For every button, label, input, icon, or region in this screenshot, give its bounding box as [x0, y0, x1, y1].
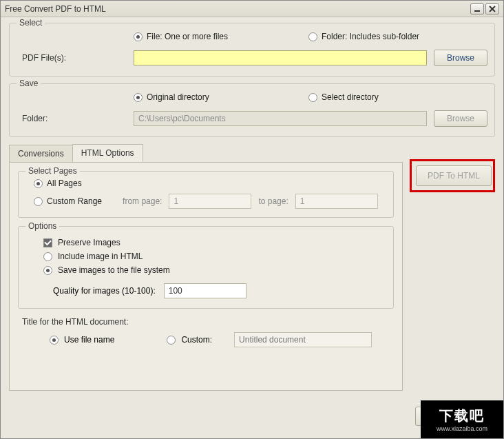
radio-custom-title[interactable] — [167, 336, 176, 345]
folder-label: Folder: — [17, 114, 134, 123]
radio-original-dir[interactable] — [134, 93, 143, 102]
options-legend: Options — [25, 221, 59, 231]
pdf-to-html-button: PDF To HTML — [416, 165, 492, 186]
close-button[interactable] — [485, 3, 499, 14]
radio-custom-title-label: Custom: — [181, 335, 212, 345]
select-pages-legend: Select Pages — [25, 166, 80, 176]
title-doc-label: Title for the HTML document: — [22, 317, 394, 327]
radio-save-images-fs-label: Save images to the file system — [58, 265, 170, 275]
quality-input[interactable] — [164, 283, 246, 298]
watermark: 下载吧 www.xiazaiba.com — [421, 400, 503, 438]
save-group: Save Original directory Select directory… — [9, 83, 495, 137]
save-legend: Save — [17, 79, 41, 88]
radio-include-image-label: Include image in HTML — [58, 252, 143, 261]
options-group: Options Preserve Images Include image in… — [18, 226, 394, 309]
radio-save-images-fs[interactable] — [43, 266, 52, 275]
radio-original-dir-label: Original directory — [147, 92, 209, 102]
tabs-header: Conversions HTML Options — [9, 144, 403, 162]
titlebar: Free Convert PDF to HTML — [1, 1, 503, 17]
select-pages-group: Select Pages All Pages Custom Range from… — [18, 171, 394, 218]
watermark-url: www.xiazaiba.com — [437, 425, 487, 432]
radio-folder-label: Folder: Includes sub-folder — [322, 32, 419, 41]
radio-custom-range-label: Custom Range — [47, 196, 102, 206]
quality-label: Quality for images (10-100): — [53, 286, 156, 296]
radio-use-filename-label: Use file name — [64, 335, 114, 345]
tab-html-options[interactable]: HTML Options — [72, 144, 143, 162]
folder-input — [134, 111, 427, 126]
radio-file-label: File: One or more files — [147, 32, 228, 41]
to-page-input — [295, 194, 378, 209]
radio-include-image[interactable] — [43, 252, 52, 261]
minimize-button[interactable] — [470, 3, 484, 14]
radio-use-filename[interactable] — [50, 336, 59, 345]
radio-file[interactable] — [134, 32, 143, 41]
radio-select-dir-label: Select directory — [322, 92, 379, 102]
watermark-text: 下载吧 — [439, 407, 485, 425]
from-page-input — [169, 194, 251, 209]
tab-conversions[interactable]: Conversions — [9, 145, 73, 162]
check-preserve-images[interactable] — [43, 238, 52, 247]
radio-all-pages-label: All Pages — [47, 178, 82, 188]
to-page-label: to page: — [258, 196, 288, 206]
select-legend: Select — [17, 18, 45, 28]
pdf-files-input[interactable] — [134, 50, 427, 65]
radio-all-pages[interactable] — [34, 179, 43, 188]
pdf-to-html-highlight: PDF To HTML — [410, 159, 495, 192]
pdf-files-label: PDF File(s): — [17, 53, 134, 63]
custom-title-input — [234, 332, 372, 347]
radio-folder[interactable] — [308, 32, 317, 41]
radio-custom-range[interactable] — [34, 197, 43, 206]
tabs-body: Select Pages All Pages Custom Range from… — [9, 162, 403, 391]
browse-folder-button: Browse — [434, 110, 487, 127]
browse-file-button[interactable]: Browse — [434, 50, 487, 66]
from-page-label: from page: — [123, 196, 162, 206]
radio-select-dir[interactable] — [308, 93, 317, 102]
check-preserve-images-label: Preserve Images — [58, 238, 120, 247]
select-group: Select File: One or more files Folder: I… — [9, 23, 495, 76]
window-title: Free Convert PDF to HTML — [5, 4, 469, 14]
